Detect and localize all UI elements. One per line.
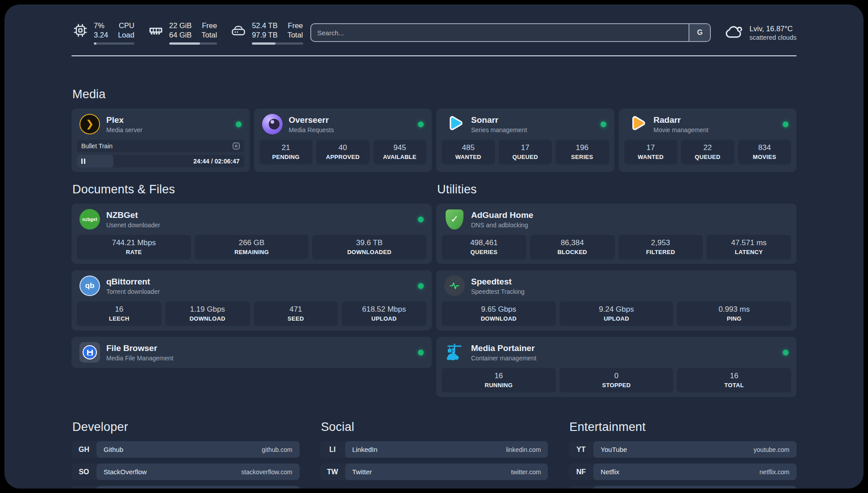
stat-label: RUNNING: [443, 382, 554, 389]
app-card-portainer[interactable]: Media Portainer Container management 16R…: [436, 337, 797, 397]
stat-label: QUERIES: [443, 249, 525, 255]
bookmark-linkedin[interactable]: LI LinkedInlinkedin.com: [320, 441, 548, 458]
session-icon: [233, 142, 240, 150]
bookmark-name: YouTube: [601, 446, 627, 453]
stat-label: FILTERED: [620, 249, 701, 255]
stat-box: 16TOTAL: [677, 368, 791, 393]
bookmark-dev[interactable]: DT DEVdev.to: [71, 486, 300, 489]
app-description: Torrent downloader: [106, 288, 160, 295]
app-name: File Browser: [106, 343, 173, 353]
stat-box: 266 GBREMAINING: [195, 235, 309, 259]
storage-progress-bar: [252, 42, 303, 45]
stat-label: APPROVED: [318, 154, 368, 160]
bookmark-prefix: DT: [71, 486, 96, 489]
app-name: AdGuard Home: [471, 210, 533, 220]
stat-box: 485WANTED: [442, 140, 495, 164]
bookmark-url: linkedin.com: [506, 446, 541, 453]
status-online-dot: [418, 217, 424, 222]
status-online-dot: [236, 121, 242, 127]
stat-label: BLOCKED: [532, 249, 613, 255]
bookmark-url: netflix.com: [760, 468, 789, 476]
memory-widget: 22 GiB64 GiB FreeTotal: [147, 21, 217, 45]
app-card-speedtest[interactable]: Speedtest Speedtest Tracking 9.65 GbpsDO…: [436, 270, 797, 330]
section-title-developer: Developer: [72, 420, 300, 434]
bookmark-prefix: LI: [320, 441, 345, 458]
stat-value: 2,953: [620, 238, 701, 247]
stat-value: 39.6 TB: [314, 238, 425, 247]
weather-condition: scattered clouds: [749, 34, 797, 41]
stat-box: 471SEED: [254, 301, 338, 326]
bookmark-github[interactable]: GH Githubgithub.com: [71, 441, 300, 458]
bookmark-reddit[interactable]: RE Redditreddit.com: [568, 486, 797, 489]
stat-label: QUEUED: [683, 154, 733, 160]
bookmark-twitter[interactable]: TW Twittertwitter.com: [320, 464, 548, 480]
stat-value: 744.21 Mbps: [79, 238, 189, 247]
stat-label: PENDING: [261, 154, 311, 160]
app-card-qbittorrent[interactable]: qb qBittorrent Torrent downloader 16LEEC…: [71, 270, 432, 330]
stat-value: 22: [683, 143, 733, 152]
stat-label: DOWNLOADED: [314, 249, 425, 255]
stat-box: 1.19 GbpsDOWNLOAD: [165, 301, 250, 326]
app-card-sonarr[interactable]: Sonarr Series management 485WANTED 17QUE…: [436, 109, 614, 172]
bookmark-stackoverflow[interactable]: SO StackOverflowstackoverflow.com: [71, 464, 300, 480]
stat-box: 945AVAILABLE: [373, 140, 427, 164]
app-name: NZBGet: [106, 210, 160, 220]
stat-label: STOPPED: [561, 382, 672, 389]
stat-box: 40APPROVED: [316, 140, 370, 164]
stat-value: 485: [443, 143, 493, 152]
memory-free-label: Free: [202, 21, 217, 30]
app-card-adguard[interactable]: ✓ AdGuard Home DNS and adblocking 498,46…: [436, 204, 797, 264]
app-card-plex[interactable]: ❯ Plex Media server Bullet Train: [71, 109, 250, 172]
bookmark-url: stackoverflow.com: [241, 468, 292, 476]
bookmark-name: Twitter: [352, 468, 372, 476]
app-description: Usenet downloader: [106, 221, 160, 229]
stat-label: UPLOAD: [561, 315, 672, 322]
stat-value: 40: [318, 143, 368, 152]
now-playing-row: Bullet Train: [77, 140, 244, 152]
status-online-dot: [418, 121, 424, 127]
stat-label: DOWNLOAD: [443, 315, 554, 322]
search-engine-button[interactable]: G: [689, 24, 710, 41]
filebrowser-icon: [79, 342, 100, 363]
app-description: Media server: [106, 126, 142, 134]
stat-box: 2,953FILTERED: [618, 235, 703, 259]
stat-value: 16: [79, 305, 160, 314]
storage-widget: 52.4 TB97.9 TB FreeTotal: [230, 21, 303, 45]
stat-box: 16LEECH: [77, 301, 162, 326]
status-online-dot: [601, 121, 606, 127]
bookmark-name: Netflix: [601, 468, 619, 476]
app-card-overseerr[interactable]: Overseerr Media Requests 21PENDING 40APP…: [254, 109, 432, 172]
search-input[interactable]: [311, 24, 689, 41]
status-online-dot: [418, 350, 424, 355]
stat-box: 744.21 MbpsRATE: [77, 235, 191, 259]
nzbget-icon: nzbget: [79, 209, 100, 230]
stat-box: 21PENDING: [259, 140, 313, 164]
section-title-entertainment: Entertainment: [569, 420, 797, 434]
app-card-nzbget[interactable]: nzbget NZBGet Usenet downloader 744.21 M…: [71, 204, 432, 264]
stat-label: SEED: [255, 315, 337, 322]
stat-value: 47.571 ms: [708, 238, 789, 247]
section-title-utilities: Utilities: [437, 183, 797, 196]
app-card-radarr[interactable]: Radarr Movie management 17WANTED 22QUEUE…: [619, 109, 797, 172]
section-title-media: Media: [72, 88, 797, 101]
stat-label: QUEUED: [501, 154, 551, 160]
memory-free-value: 22 GiB: [169, 21, 192, 30]
now-playing-title: Bullet Train: [81, 142, 113, 150]
plex-icon: ❯: [79, 114, 100, 134]
stat-value: 0: [561, 372, 672, 380]
bookmark-youtube[interactable]: YT YouTubeyoutube.com: [568, 441, 797, 458]
pause-button[interactable]: [77, 155, 113, 167]
storage-total-label: Total: [288, 30, 303, 40]
app-description: Media File Management: [106, 355, 173, 362]
bookmark-prefix: TW: [320, 464, 345, 480]
stat-box: 39.6 TBDOWNLOADED: [312, 235, 426, 259]
app-card-filebrowser[interactable]: File Browser Media File Management: [71, 337, 432, 368]
cpu-usage-value: 7%: [94, 21, 108, 30]
adguard-icon: ✓: [444, 209, 465, 230]
bookmark-prefix: NF: [568, 464, 593, 480]
playback-time: 24:44 / 02:06:47: [193, 155, 240, 167]
stat-value: 1.19 Gbps: [167, 305, 248, 314]
stat-value: 471: [255, 305, 337, 314]
status-online-dot: [783, 121, 789, 127]
bookmark-netflix[interactable]: NF Netflixnetflix.com: [568, 464, 797, 480]
